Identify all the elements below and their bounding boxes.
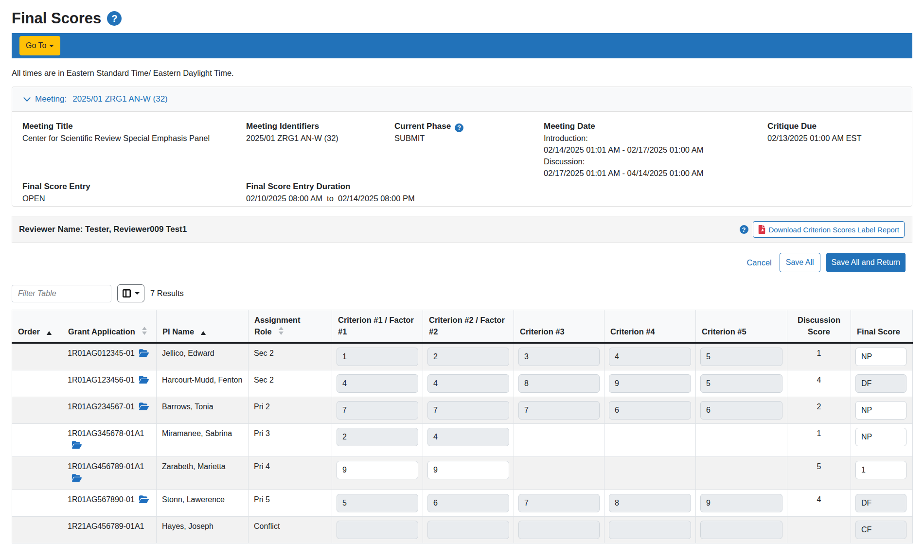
open-folder-icon[interactable] <box>71 440 82 453</box>
final-score-input[interactable] <box>855 348 906 366</box>
criterion-4-input <box>609 401 691 420</box>
grant-application-cell: 1R01AG012345-01 <box>62 343 157 370</box>
criterion-4-input <box>609 521 691 539</box>
criterion-5-input <box>700 348 782 366</box>
criterion-4-cell <box>604 397 696 424</box>
table-row: 1R21AG456789-01A1Hayes, JosephConflict <box>12 517 913 543</box>
current-phase-value: SUBMIT <box>394 132 544 144</box>
sort-asc-icon <box>46 326 52 337</box>
critique-due-field: Critique Due 02/13/2025 01:00 AM EST <box>767 121 902 179</box>
col-header-order[interactable]: Order <box>12 310 62 343</box>
order-cell <box>12 517 62 543</box>
criterion-2-cell <box>423 457 514 490</box>
criterion-3-input <box>518 348 600 366</box>
title-row: Final Scores ? <box>12 0 912 27</box>
criterion-2-input <box>427 494 509 512</box>
criterion-2-cell <box>423 343 514 370</box>
criterion-3-cell <box>514 343 604 370</box>
criterion-2-cell <box>423 424 514 457</box>
criterion-2-input <box>427 401 509 420</box>
criterion-5-input <box>700 401 782 420</box>
go-to-button[interactable]: Go To <box>19 36 60 55</box>
meeting-title-field: Meeting Title Center for Scientific Revi… <box>22 121 246 179</box>
final-score-entry-value: OPEN <box>22 192 246 204</box>
criterion-3-input <box>518 521 600 539</box>
criterion-4-cell <box>604 424 696 457</box>
criterion-1-input <box>337 494 418 512</box>
criterion-5-cell <box>696 397 787 424</box>
discussion-score-cell: 4 <box>787 490 851 517</box>
filter-table-input[interactable] <box>12 285 111 302</box>
nav-banner: Go To <box>12 33 912 58</box>
col-header-criterion-1: Criterion #1 / Factor #1 <box>332 310 423 343</box>
col-header-grant-application[interactable]: Grant Application <box>62 310 157 343</box>
grant-application-number: 1R01AG345678-01A1 <box>68 429 144 438</box>
criterion-1-cell <box>332 343 423 370</box>
page-title: Final Scores <box>12 10 101 27</box>
assignment-role-cell: Conflict <box>249 517 332 543</box>
col-header-pi-name[interactable]: PI Name <box>157 310 249 343</box>
open-folder-icon[interactable] <box>139 349 149 361</box>
meeting-fields-grid: Meeting Title Center for Scientific Revi… <box>22 121 902 204</box>
grant-application-number: 1R21AG456789-01A1 <box>68 522 144 530</box>
final-score-input[interactable] <box>855 428 906 446</box>
meeting-date-label: Meeting Date <box>544 121 767 132</box>
grant-application-cell: 1R01AG345678-01A1 <box>62 424 157 457</box>
page-help-icon[interactable]: ? <box>107 11 122 26</box>
final-score-input <box>855 521 906 539</box>
criterion-1-cell <box>332 370 423 397</box>
reviewer-bar-right: ? Download Criterion Scores Label Report <box>740 221 905 238</box>
col-header-criterion-4: Criterion #4 <box>604 310 696 343</box>
results-count: 7 Results <box>150 289 184 298</box>
meeting-toggle-label: Meeting: <box>35 94 67 104</box>
final-score-input[interactable] <box>855 461 906 479</box>
criterion-1-cell <box>332 424 423 457</box>
criterion-5-input <box>700 521 782 539</box>
criterion-2-cell <box>423 517 514 543</box>
chevron-down-icon <box>22 95 32 104</box>
meeting-panel-header[interactable]: Meeting: 2025/01 ZRG1 AN-W (32) <box>12 87 912 112</box>
criterion-3-input <box>518 401 600 420</box>
table-row: 1R01AG234567-01Barrows, ToniaPri 22 <box>12 397 913 424</box>
criterion-2-cell <box>423 490 514 517</box>
current-phase-help-icon[interactable]: ? <box>455 123 463 132</box>
save-all-button[interactable]: Save All <box>780 253 820 272</box>
assignment-role-cell: Pri 2 <box>249 397 332 424</box>
column-visibility-button[interactable] <box>117 284 144 302</box>
open-folder-icon[interactable] <box>71 473 82 486</box>
criterion-5-cell <box>696 343 787 370</box>
download-criterion-scores-button[interactable]: Download Criterion Scores Label Report <box>753 221 905 238</box>
criterion-5-cell <box>696 424 787 457</box>
meeting-identifiers-label: Meeting Identifiers <box>246 121 394 132</box>
final-score-cell <box>851 397 913 424</box>
meeting-date-line-4: 02/17/2025 01:01 AM - 04/14/2025 01:00 A… <box>544 167 767 179</box>
save-all-and-return-button[interactable]: Save All and Return <box>826 253 906 272</box>
meeting-identifiers-field: Meeting Identifiers 2025/01 ZRG1 AN-W (3… <box>246 121 394 179</box>
col-header-assignment-role[interactable]: Assignment Role <box>249 310 332 343</box>
actions-row: Cancel Save All Save All and Return <box>12 253 912 272</box>
col-header-criterion-5: Criterion #5 <box>696 310 787 343</box>
open-folder-icon[interactable] <box>139 375 149 387</box>
table-row: 1R01AG345678-01A1Miramanee, SabrinaPri 3… <box>12 424 913 457</box>
final-score-cell <box>851 343 913 370</box>
criterion-2-input[interactable] <box>427 461 509 479</box>
discussion-score-cell <box>787 517 851 543</box>
open-folder-icon[interactable] <box>139 402 149 414</box>
caret-down-icon <box>49 45 54 47</box>
open-folder-icon[interactable] <box>139 495 149 507</box>
reviewer-bar: Reviewer Name: Tester, Reviewer009 Test1… <box>12 216 912 243</box>
pi-name-cell: Miramanee, Sabrina <box>157 424 249 457</box>
criterion-5-input <box>700 494 782 512</box>
criterion-2-cell <box>423 370 514 397</box>
download-help-icon[interactable]: ? <box>740 225 748 234</box>
cancel-link[interactable]: Cancel <box>746 258 771 267</box>
pi-name-cell: Zarabeth, Marietta <box>157 457 249 490</box>
grant-application-cell: 1R01AG123456-01 <box>62 370 157 397</box>
meeting-date-field: Meeting Date Introduction: 02/14/2025 01… <box>544 121 767 179</box>
criterion-1-cell <box>332 457 423 490</box>
final-score-input[interactable] <box>855 401 906 420</box>
criterion-2-input <box>427 374 509 393</box>
criterion-1-input[interactable] <box>337 461 418 479</box>
criterion-4-cell <box>604 457 696 490</box>
criterion-3-input <box>518 374 600 393</box>
